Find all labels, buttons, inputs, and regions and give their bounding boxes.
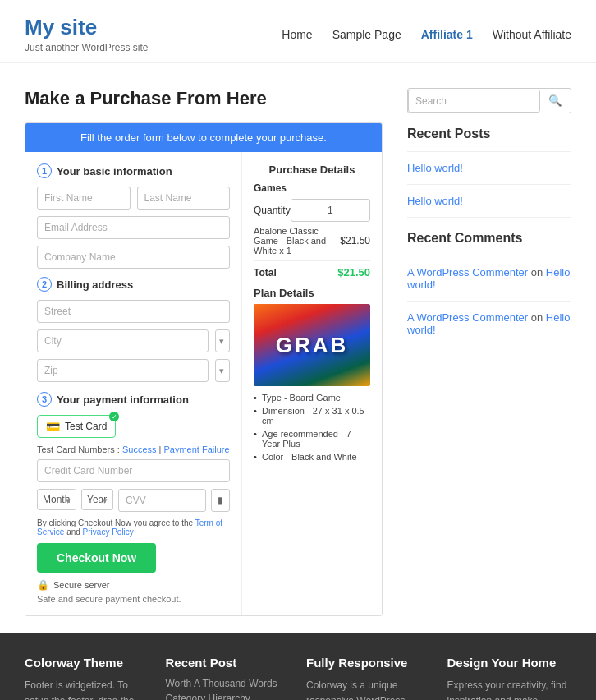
section2-num: 2	[37, 277, 52, 292]
search-box: 🔍	[407, 88, 571, 113]
card-numbers-text: Test Card Numbers : Success | Payment Fa…	[37, 444, 230, 454]
checkout-button[interactable]: Checkout Now	[37, 543, 156, 573]
total-amount: $21.50	[337, 266, 370, 279]
purchase-details: Purchase Details Games Quantity Abalone …	[242, 152, 382, 615]
footer-col4-title: Design Your Home	[447, 656, 572, 670]
country-select[interactable]: Country	[215, 329, 230, 352]
recent-post-2[interactable]: Hello world!	[407, 195, 571, 207]
footer-col4-text: Express your creativity, find inspiratio…	[447, 678, 572, 700]
item-label: Abalone Classic Game - Black and White x…	[254, 226, 337, 256]
recent-post-1[interactable]: Hello world!	[407, 162, 571, 174]
secure-row: 🔒 Secure server	[37, 579, 230, 591]
footer: Colorway Theme Footer is widgetized. To …	[0, 633, 596, 700]
section3-num: 3	[37, 392, 52, 407]
check-badge: ✓	[109, 412, 119, 421]
nav-home[interactable]: Home	[282, 28, 312, 41]
checkout-header: Fill the order form below to complete yo…	[25, 123, 382, 152]
credit-card-icon: 💳	[46, 420, 60, 433]
state-select[interactable]: -	[215, 359, 230, 382]
footer-col1-title: Colorway Theme	[25, 656, 149, 670]
footer-col3: Fully Responsive Colorway is a unique re…	[306, 656, 431, 700]
footer-col3-text: Colorway is a unique responsive WordPres…	[306, 678, 431, 700]
first-name-input[interactable]	[37, 187, 131, 210]
feature-4: Color - Black and White	[254, 452, 370, 462]
main-nav: Home Sample Page Affiliate 1 Without Aff…	[282, 28, 571, 41]
recent-comments-title: Recent Comments	[407, 231, 571, 246]
purchase-title: Purchase Details	[254, 163, 370, 176]
plan-title: Plan Details	[254, 287, 370, 299]
plan-image-text: GRAB	[276, 333, 349, 358]
footer-col1: Colorway Theme Footer is widgetized. To …	[25, 656, 149, 700]
recent-posts-title: Recent Posts	[407, 127, 571, 141]
success-link[interactable]: Success	[122, 444, 157, 454]
section1-label: 1 Your basic information	[37, 163, 230, 178]
feature-3: Age recommended - 7 Year Plus	[254, 429, 370, 449]
comment-1: A WordPress Commenter on Hello world!	[407, 266, 571, 291]
plan-features: Type - Board Game Dimension - 27 x 31 x …	[254, 393, 370, 462]
item-row: Abalone Classic Game - Black and White x…	[254, 226, 370, 256]
comment-1-author[interactable]: A WordPress Commenter	[407, 266, 528, 279]
quantity-input[interactable]	[291, 199, 370, 222]
footer-link2[interactable]: Category Hierarchy Elements	[166, 693, 291, 700]
checkout-form: 1 Your basic information	[25, 152, 242, 615]
checkout-box: Fill the order form below to complete yo…	[25, 122, 383, 616]
card-option[interactable]: 💳 Test Card ✓	[37, 415, 116, 438]
cvv-input[interactable]	[118, 489, 206, 512]
safe-text: Safe and secure payment checkout.	[37, 594, 230, 604]
nav-sample-page[interactable]: Sample Page	[332, 28, 401, 41]
quantity-label: Quantity	[254, 205, 291, 216]
site-tagline: Just another WordPress site	[25, 42, 149, 53]
site-header: My site Just another WordPress site Home…	[0, 0, 596, 63]
games-label: Games	[254, 182, 370, 194]
footer-col3-title: Fully Responsive	[306, 656, 431, 670]
footer-col4: Design Your Home Express your creativity…	[447, 656, 572, 700]
last-name-input[interactable]	[137, 187, 231, 210]
section2-label: 2 Billing address	[37, 277, 230, 292]
cvv-help-button[interactable]: ▮	[211, 489, 230, 512]
month-select[interactable]: Month	[37, 489, 76, 510]
total-label: Total	[254, 267, 277, 279]
site-title: My site	[25, 15, 149, 40]
comment-1-on: on	[531, 266, 546, 279]
credit-card-input[interactable]	[37, 459, 230, 482]
footer-col1-text: Footer is widgetized. To setup the foote…	[25, 678, 149, 700]
sidebar: 🔍 Recent Posts Hello world! Hello world!…	[407, 88, 571, 616]
nav-affiliate1[interactable]: Affiliate 1	[421, 28, 473, 41]
comment-2-author[interactable]: A WordPress Commenter	[407, 311, 528, 324]
street-input[interactable]	[37, 300, 230, 323]
page-title: Make a Purchase From Here	[25, 88, 383, 109]
item-price: $21.50	[340, 235, 370, 246]
nav-without-affiliate[interactable]: Without Affiliate	[493, 28, 571, 41]
email-input[interactable]	[37, 216, 230, 239]
failure-link[interactable]: Payment Failure	[163, 444, 229, 454]
year-select[interactable]: Year	[81, 489, 113, 510]
terms-text: By clicking Checkout Now you agree to th…	[37, 518, 230, 537]
footer-link1[interactable]: Worth A Thousand Words	[166, 678, 291, 689]
plan-image: GRAB	[254, 304, 370, 386]
footer-col2-title: Recent Post	[166, 656, 291, 670]
footer-col2: Recent Post Worth A Thousand Words Categ…	[166, 656, 291, 700]
section1-num: 1	[37, 163, 52, 178]
section3-label: 3 Your payment information	[37, 392, 230, 407]
city-input[interactable]	[37, 329, 209, 352]
comment-2-on: on	[531, 311, 546, 324]
zip-input[interactable]	[37, 359, 209, 382]
search-button[interactable]: 🔍	[540, 89, 571, 113]
comment-2: A WordPress Commenter on Hello world!	[407, 311, 571, 336]
site-branding: My site Just another WordPress site	[25, 15, 149, 53]
privacy-link[interactable]: Privacy Policy	[83, 527, 134, 537]
card-option-label: Test Card	[65, 421, 107, 432]
feature-2: Dimension - 27 x 31 x 0.5 cm	[254, 406, 370, 426]
feature-1: Type - Board Game	[254, 393, 370, 403]
content-area: Make a Purchase From Here Fill the order…	[25, 88, 383, 616]
quantity-row: Quantity	[254, 199, 370, 222]
total-row: Total $21.50	[254, 266, 370, 279]
search-input[interactable]	[408, 90, 540, 113]
secure-icon: 🔒	[37, 579, 49, 591]
secure-text: Secure server	[53, 580, 109, 590]
company-input[interactable]	[37, 246, 230, 269]
